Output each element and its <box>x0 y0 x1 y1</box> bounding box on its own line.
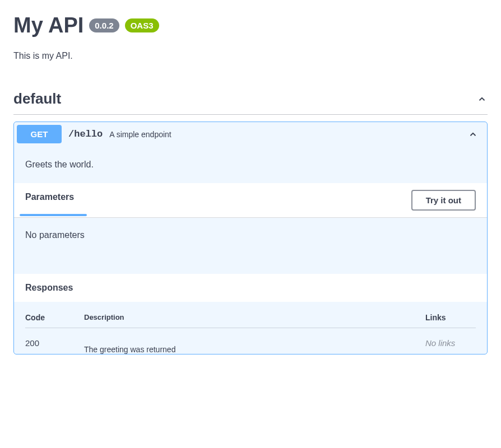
chevron-up-icon <box>476 94 488 105</box>
operation-block: GET /hello A simple endpoint Greets the … <box>13 122 488 354</box>
column-code: Code <box>25 313 84 322</box>
no-parameters-text: No parameters <box>14 218 487 274</box>
responses-header: Responses <box>14 274 487 302</box>
response-code: 200 <box>25 338 84 348</box>
api-description: This is my API. <box>13 51 488 61</box>
response-links: No links <box>425 338 476 348</box>
responses-table: Code Description Links 200 The greeting … <box>14 302 487 354</box>
operation-summary: A simple endpoint <box>109 130 461 139</box>
operation-header[interactable]: GET /hello A simple endpoint <box>14 122 487 146</box>
operation-description: Greets the world. <box>14 146 487 183</box>
response-row: 200 The greeting was returned No links <box>25 338 476 354</box>
tag-header[interactable]: default <box>13 83 488 115</box>
method-badge: GET <box>17 125 62 143</box>
try-it-out-button[interactable]: Try it out <box>411 190 476 211</box>
parameters-title: Parameters <box>25 192 74 202</box>
oas-badge: OAS3 <box>125 18 159 32</box>
chevron-up-icon <box>467 129 479 140</box>
responses-title: Responses <box>25 283 73 292</box>
response-description: The greeting was returned <box>84 338 425 354</box>
operation-path: /hello <box>68 129 103 139</box>
api-title: My API <box>13 13 84 38</box>
version-badge: 0.0.2 <box>89 18 119 32</box>
tag-name: default <box>13 90 61 108</box>
parameters-header: Parameters Try it out <box>14 183 487 218</box>
column-description: Description <box>84 313 425 322</box>
column-links: Links <box>425 313 476 322</box>
